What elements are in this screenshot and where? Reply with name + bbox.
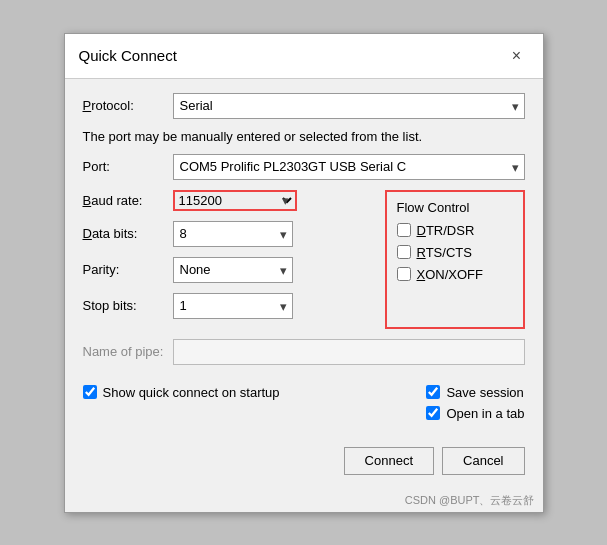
port-select[interactable]: COM5 Prolific PL2303GT USB Serial C [173,154,525,180]
open-in-tab-checkbox[interactable] [426,406,440,420]
dtr-dsr-checkbox[interactable] [397,223,411,237]
dialog-content: Protocol: Serial The port may be manuall… [65,79,543,489]
pipe-input[interactable] [173,339,525,365]
stop-bits-label: Stop bits: [83,298,173,313]
rts-cts-checkbox[interactable] [397,245,411,259]
open-in-tab-option: Open in a tab [426,406,524,421]
stop-bits-select-wrapper[interactable]: 1 1.5 2 [173,293,293,319]
rts-cts-label: RTS/CTS [417,245,472,260]
data-bits-select-wrapper[interactable]: 8 7 6 5 [173,221,293,247]
main-body: Baud rate: 115200 9600 19200 38400 57600… [83,190,525,329]
parity-row: Parity: None Even Odd [83,257,375,283]
xon-xoff-row: XON/XOFF [397,267,513,282]
data-bits-label: Data bits: [83,226,173,241]
dtr-dsr-label: DTR/DSR [417,223,475,238]
xon-xoff-label: XON/XOFF [417,267,483,282]
quick-connect-dialog: Quick Connect × Protocol: Serial The por… [64,33,544,513]
save-session-label: Save session [446,385,523,400]
connect-button[interactable]: Connect [344,447,434,475]
close-button[interactable]: × [505,44,529,68]
parity-select[interactable]: None Even Odd [173,257,293,283]
title-bar: Quick Connect × [65,34,543,79]
pipe-row: Name of pipe: [83,339,525,365]
data-bits-select[interactable]: 8 7 6 5 [173,221,293,247]
baud-select[interactable]: 115200 9600 19200 38400 57600 [175,192,295,209]
right-bottom: Save session Open in a tab [426,385,524,421]
protocol-label: Protocol: [83,98,173,113]
left-bottom: Show quick connect on startup [83,385,280,400]
pipe-label: Name of pipe: [83,344,173,359]
watermark: CSDN @BUPT、云卷云舒 [65,489,543,512]
baud-label: Baud rate: [83,193,173,208]
flow-control-title: Flow Control [397,200,513,215]
info-text: The port may be manually entered or sele… [83,129,525,144]
save-session-checkbox[interactable] [426,385,440,399]
stop-bits-select[interactable]: 1 1.5 2 [173,293,293,319]
protocol-row: Protocol: Serial [83,93,525,119]
protocol-select-wrapper[interactable]: Serial [173,93,525,119]
port-select-wrapper[interactable]: COM5 Prolific PL2303GT USB Serial C [173,154,525,180]
bottom-section: Show quick connect on startup Save sessi… [83,385,525,421]
dtr-dsr-row: DTR/DSR [397,223,513,238]
parity-label: Parity: [83,262,173,277]
flow-control-box: Flow Control DTR/DSR RTS/CTS XON/XOFF [385,190,525,329]
show-startup-option: Show quick connect on startup [83,385,280,400]
button-row: Connect Cancel [83,437,525,475]
port-label: Port: [83,159,173,174]
port-row: Port: COM5 Prolific PL2303GT USB Serial … [83,154,525,180]
save-session-option: Save session [426,385,523,400]
parity-select-wrapper[interactable]: None Even Odd [173,257,293,283]
stop-bits-row: Stop bits: 1 1.5 2 [83,293,375,319]
baud-row: Baud rate: 115200 9600 19200 38400 57600 [83,190,375,211]
rts-cts-row: RTS/CTS [397,245,513,260]
show-startup-checkbox[interactable] [83,385,97,399]
protocol-select[interactable]: Serial [173,93,525,119]
baud-select-wrapper[interactable]: 115200 9600 19200 38400 57600 [173,190,297,211]
dialog-title: Quick Connect [79,47,177,64]
data-bits-row: Data bits: 8 7 6 5 [83,221,375,247]
left-column: Baud rate: 115200 9600 19200 38400 57600… [83,190,375,329]
xon-xoff-checkbox[interactable] [397,267,411,281]
show-startup-label: Show quick connect on startup [103,385,280,400]
cancel-button[interactable]: Cancel [442,447,524,475]
open-in-tab-label: Open in a tab [446,406,524,421]
